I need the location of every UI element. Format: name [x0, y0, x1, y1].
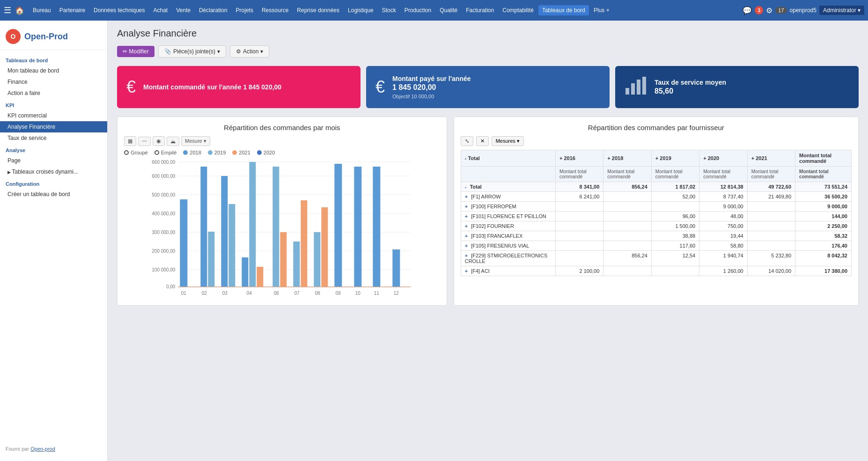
gear-icon: ⚙ [236, 48, 241, 55]
modify-button[interactable]: ✏ Modifier [117, 46, 154, 57]
cell-2016: 8 341,00 [555, 182, 603, 192]
sidebar-item-page[interactable]: Page [0, 155, 107, 166]
table-measures-btn[interactable]: Mesures ▾ [492, 136, 524, 146]
svg-text:0,00: 0,00 [166, 284, 176, 289]
legend-2019: 2019 [208, 150, 226, 155]
cell-name: + [F4] ACI [461, 266, 555, 276]
cell-name: + [F105] FRESENIUS VIAL [461, 241, 555, 251]
svg-text:09: 09 [336, 291, 341, 296]
chart-measure-btn[interactable]: Mesure ▾ [181, 136, 210, 146]
nav-achat[interactable]: Achat [150, 5, 172, 15]
settings-icon[interactable]: ⚙ [766, 6, 772, 15]
svg-text:660 000,00: 660 000,00 [152, 160, 175, 165]
cell-name: + [F102] FOURNIER [461, 221, 555, 231]
svg-rect-2 [625, 88, 629, 95]
chart-btn-pie[interactable]: ◉ [153, 136, 165, 146]
pieces-button[interactable]: 📎 📎 Pièce(s) jointe(s) Pièce(s) jointe(s… [158, 45, 226, 58]
table-btn-collapse[interactable]: ✕ [476, 136, 489, 146]
svg-text:300 000,00: 300 000,00 [152, 230, 175, 235]
chart-btn-area[interactable]: ⛰ [167, 137, 179, 146]
nav-ressource[interactable]: Ressource [258, 5, 292, 15]
sidebar-item-mon-tableau[interactable]: Mon tableau de bord [0, 65, 107, 76]
cell-name: + [F103] FRANCIAFLEX [461, 231, 555, 241]
legend-2020: 2020 [257, 150, 275, 155]
nav-logistique[interactable]: Logistique [344, 5, 377, 15]
kpi-commande: € Montant commandé sur l'année 1 845 020… [117, 66, 360, 108]
table-btn-expand[interactable]: ⤡ [461, 136, 473, 146]
nav-partenaire[interactable]: Partenaire [56, 5, 89, 15]
svg-text:600 000,00: 600 000,00 [152, 174, 175, 179]
username[interactable]: openprod5 [790, 7, 817, 14]
cell-2020: 12 814,38 [699, 182, 747, 192]
nav-facturation[interactable]: Facturation [462, 5, 498, 15]
kpi-commande-label: Montant commandé sur l'année 1 845 020,0… [143, 83, 351, 91]
home-icon[interactable]: 🏠 [15, 6, 24, 15]
chart-btn-bar[interactable]: ▦ [124, 136, 136, 146]
nav-comptabilite[interactable]: Comptabilité [499, 5, 537, 15]
top-nav: ☰ 🏠 Bureau Partenaire Données techniques… [0, 0, 868, 21]
svg-text:100 000,00: 100 000,00 [152, 267, 175, 272]
admin-dropdown[interactable]: Administrator ▾ [819, 6, 864, 15]
sidebar-item-kpi-commercial[interactable]: KPI commercial [0, 110, 107, 121]
svg-text:03: 03 [222, 291, 228, 296]
main-content: Analyse Financière ✏ Modifier 📎 📎 Pièce(… [108, 21, 868, 461]
cell-name: - Total [461, 182, 555, 192]
chart-btn-line[interactable]: 〰 [138, 137, 151, 146]
svg-rect-5 [642, 77, 646, 95]
sidebar-section-analyse: Analyse [0, 144, 107, 155]
svg-rect-33 [301, 200, 307, 287]
cell-2021: 49 722,60 [747, 182, 795, 192]
kpi-paye-value: 1 845 020,00 [392, 83, 600, 92]
sidebar-item-taux-service[interactable]: Taux de service [0, 132, 107, 144]
svg-text:01: 01 [181, 291, 187, 296]
nav-vente[interactable]: Vente [172, 5, 194, 15]
charts-row: Répartition des commandes par mois ▦ 〰 ◉… [117, 117, 859, 306]
nav-plus[interactable]: Plus + [590, 5, 613, 15]
svg-rect-37 [354, 167, 361, 287]
messages-icon[interactable]: 💬 [743, 6, 752, 15]
nav-right: 💬 3 ⚙ 17 openprod5 Administrator ▾ [743, 6, 864, 15]
action-button[interactable]: ⚙ Action ▾ [230, 45, 269, 58]
nav-production[interactable]: Production [401, 5, 435, 15]
messages-count[interactable]: 3 [755, 6, 763, 15]
nav-tableaux[interactable]: Tableaux de bord [538, 5, 589, 15]
legend-2018: 2018 [183, 150, 201, 155]
table-row: - Total 8 341,00 856,24 1 817,02 12 814,… [461, 182, 851, 192]
col-header-2019: + 2019 [651, 150, 699, 167]
svg-rect-38 [373, 167, 380, 287]
nav-declaration[interactable]: Déclaration [195, 5, 231, 15]
nav-donnees[interactable]: Données techniques [90, 5, 148, 15]
sidebar-footer-link[interactable]: Open-prod [30, 446, 55, 452]
table-toolbar: ⤡ ✕ Mesures ▾ [461, 136, 852, 146]
cell-2019: 1 817,02 [651, 182, 699, 192]
sidebar-item-finance[interactable]: Finance [0, 76, 107, 88]
svg-text:06: 06 [274, 291, 280, 296]
svg-rect-31 [280, 232, 287, 287]
svg-rect-35 [321, 207, 328, 287]
nav-reprise[interactable]: Reprise données [293, 5, 343, 15]
nav-qualite[interactable]: Qualité [436, 5, 461, 15]
nav-stock[interactable]: Stock [378, 5, 400, 15]
svg-rect-27 [242, 257, 248, 287]
svg-text:200 000,00: 200 000,00 [152, 249, 175, 254]
bar-chart-toolbar: ▦ 〰 ◉ ⛰ Mesure ▾ [124, 136, 440, 146]
sidebar-item-creer[interactable]: Créer un tableau de bord [0, 189, 107, 200]
svg-rect-25 [221, 176, 228, 287]
svg-rect-34 [314, 232, 320, 287]
euro-icon-1: € [126, 77, 136, 97]
hamburger-icon[interactable]: ☰ [4, 5, 11, 15]
col-header-2020: + 2020 [699, 150, 747, 167]
nav-bureau[interactable]: Bureau [29, 5, 55, 15]
svg-text:07: 07 [294, 291, 300, 296]
svg-rect-3 [631, 83, 635, 95]
sidebar-item-tableaux-croises[interactable]: Tableaux croisés dynami... [0, 166, 107, 177]
kpi-paye: € Montant payé sur l'année 1 845 020,00 … [366, 66, 610, 108]
nav-projets[interactable]: Projets [232, 5, 257, 15]
kpi-service: Taux de service moyen 85,60 [615, 66, 859, 108]
sidebar-item-analyse-financiere[interactable]: Analyse Financière [0, 121, 107, 132]
kpi-service-label: Taux de service moyen [655, 79, 849, 86]
svg-text:11: 11 [374, 291, 380, 296]
sidebar-item-action[interactable]: Action a faire [0, 88, 107, 99]
col-header-2016: + 2016 [555, 150, 603, 167]
col-header-total: Montant total commandé [795, 150, 852, 167]
